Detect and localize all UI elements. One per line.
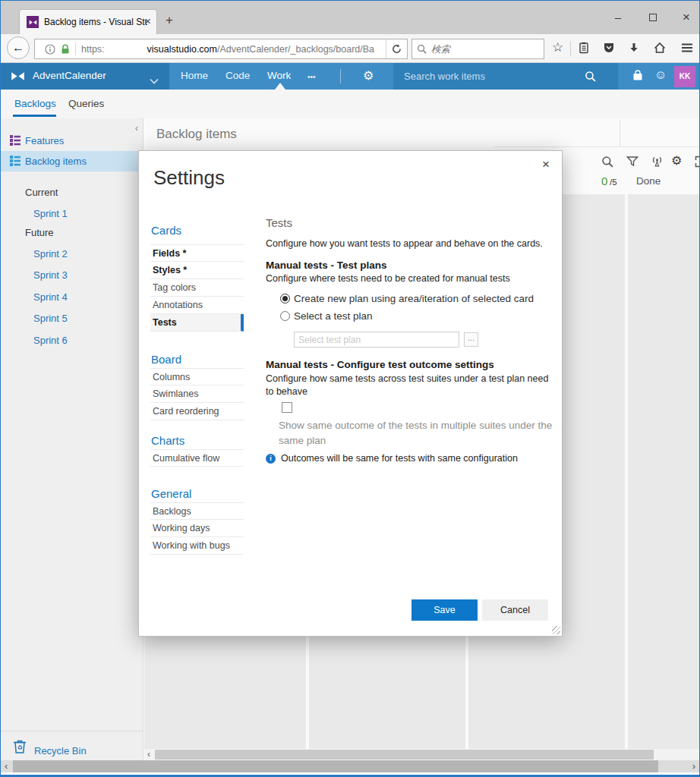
sidebar-item-sprint-2[interactable]: Sprint 2: [33, 248, 68, 260]
work-item-search-input[interactable]: [393, 71, 583, 82]
search-icon[interactable]: [585, 71, 596, 82]
browse-test-plan-button[interactable]: ...: [464, 332, 478, 347]
active-nav-caret: [275, 83, 285, 90]
iteration-group-current: Current: [25, 187, 58, 198]
sidebar-item-sprint-5[interactable]: Sprint 5: [33, 313, 68, 324]
home-icon[interactable]: [654, 42, 666, 57]
sidebar-divider: [1, 731, 143, 731]
section-subtitle-test-plans: Configure where tests need to be created…: [266, 273, 510, 284]
backlog-sidebar: ‹ Features Backlog items Current Sprint …: [1, 118, 143, 760]
section-title-outcome: Manual tests - Configure test outcome se…: [266, 359, 494, 370]
user-avatar[interactable]: KK: [674, 66, 695, 87]
window-maximize-button[interactable]: [646, 11, 660, 24]
dialog-tab-swimlanes[interactable]: Swimlanes: [150, 385, 244, 403]
https-lock-icon[interactable]: [61, 44, 70, 55]
sidebar-item-sprint-1[interactable]: Sprint 1: [33, 208, 68, 219]
board-column: [628, 194, 699, 749]
new-tab-button[interactable]: +: [166, 13, 173, 28]
sidebar-item-backlog-items[interactable]: Backlog items: [1, 151, 143, 171]
back-button[interactable]: ←: [7, 36, 30, 59]
dialog-tab-styles[interactable]: Styles *: [150, 262, 244, 279]
nav-item-code[interactable]: Code: [225, 70, 250, 81]
hamburger-menu-icon[interactable]: [681, 42, 693, 57]
url-path: /AdventCalender/_backlogs/board/Ba: [217, 44, 374, 55]
scroll-left-arrow-icon[interactable]: ‹: [147, 749, 150, 760]
nav-item-more[interactable]: •••: [307, 73, 316, 81]
sidebar-item-sprint-4[interactable]: Sprint 4: [33, 291, 68, 303]
scrollbar-thumb[interactable]: [155, 750, 654, 760]
column-count-value: 0: [601, 175, 607, 187]
board-settings-gear-icon[interactable]: ⚙: [671, 153, 682, 168]
filter-icon[interactable]: [626, 156, 639, 170]
nav-item-work[interactable]: Work: [267, 70, 291, 81]
web-search-bar[interactable]: [411, 39, 544, 59]
active-tab-underline: [13, 115, 56, 117]
reload-button[interactable]: [386, 39, 407, 58]
fullscreen-icon[interactable]: [695, 156, 699, 171]
nav-heading-charts: Charts: [151, 434, 184, 447]
header-divider: [493, 146, 699, 147]
nav-item-home[interactable]: Home: [181, 70, 208, 81]
chevron-down-icon: [150, 74, 159, 87]
bookmarks-menu-icon[interactable]: [578, 42, 590, 57]
feedback-smiley-icon[interactable]: ☺: [654, 68, 667, 82]
sidebar-item-sprint-6[interactable]: Sprint 6: [33, 335, 68, 346]
project-name: AdventCalender: [33, 70, 106, 81]
sidebar-item-features[interactable]: Features: [1, 131, 143, 151]
board-search-icon[interactable]: [601, 156, 613, 171]
dialog-close-icon[interactable]: ×: [542, 157, 550, 172]
cancel-button[interactable]: Cancel: [482, 599, 548, 621]
tab-close-icon[interactable]: ×: [144, 14, 151, 27]
dialog-tab-annotations[interactable]: Annotations: [150, 297, 244, 314]
dialog-tab-card-reordering[interactable]: Card reordering: [150, 403, 244, 420]
dialog-tab-fields[interactable]: Fields *: [150, 244, 244, 262]
bookmark-star-icon[interactable]: ☆: [552, 39, 563, 55]
dialog-tab-cumulative-flow[interactable]: Cumulative flow: [150, 449, 244, 467]
same-outcome-checkbox[interactable]: [282, 402, 292, 413]
dialog-tab-working-days[interactable]: Working days: [150, 520, 244, 537]
tab-queries[interactable]: Queries: [68, 98, 104, 109]
recycle-bin-icon[interactable]: ♻: [13, 739, 27, 757]
url-bar[interactable]: https: visualstudio.com /AdventCalender/…: [34, 39, 408, 59]
admin-gear-icon[interactable]: ⚙: [363, 68, 374, 83]
settings-dialog: × Settings Cards Fields * Styles * Tag c…: [138, 150, 563, 637]
dialog-tab-backlogs[interactable]: Backlogs: [150, 502, 244, 520]
work-item-search-box[interactable]: [393, 63, 618, 90]
radio-select-test-plan[interactable]: [280, 311, 290, 321]
window-minimize-button[interactable]: –: [611, 11, 625, 24]
nav-divider: [340, 69, 341, 83]
site-info-icon[interactable]: [45, 44, 55, 55]
scroll-right-arrow-icon[interactable]: ›: [692, 760, 695, 772]
dialog-tab-working-with-bugs[interactable]: Working with bugs: [150, 537, 244, 555]
tab-backlogs[interactable]: Backlogs: [14, 98, 56, 109]
project-selector[interactable]: AdventCalender: [1, 63, 169, 90]
nav-heading-board: Board: [151, 353, 181, 366]
scroll-left-arrow-icon[interactable]: ‹: [5, 760, 8, 772]
scrollbar-thumb[interactable]: [13, 760, 658, 772]
visual-studio-logo-icon: [11, 69, 25, 87]
downloads-icon[interactable]: [628, 42, 640, 57]
toolbar-divider: [570, 41, 571, 56]
save-button[interactable]: Save: [411, 599, 478, 621]
dialog-tab-tests[interactable]: Tests: [150, 314, 244, 332]
browser-toolbar: ← https: visualstudio.com /AdventCalende…: [1, 34, 699, 63]
test-plan-input[interactable]: [294, 332, 459, 348]
web-search-input[interactable]: [431, 44, 530, 55]
page-horizontal-scrollbar[interactable]: ‹ ›: [1, 760, 699, 772]
live-updates-icon[interactable]: [650, 156, 664, 170]
radio-create-new-plan[interactable]: [280, 294, 290, 304]
titlebar: Backlog items - Visual Stu... × + – ×: [1, 1, 699, 34]
sidebar-item-sprint-3[interactable]: Sprint 3: [33, 269, 68, 281]
browser-tab[interactable]: Backlog items - Visual Stu... ×: [19, 9, 157, 34]
dialog-tab-tag-colors[interactable]: Tag colors: [150, 279, 244, 297]
pocket-icon[interactable]: [603, 42, 615, 57]
board-horizontal-scrollbar[interactable]: ‹: [144, 749, 699, 760]
dialog-tab-columns[interactable]: Columns: [150, 368, 244, 385]
radio-label: Create new plan using area/iteration of …: [294, 293, 534, 304]
vsts-nav-bar: AdventCalender Home Code Work ••• ⚙ ☺ KK: [1, 63, 699, 90]
column-header-done: Done: [636, 175, 661, 187]
marketplace-bag-icon[interactable]: [632, 70, 644, 85]
window-close-button[interactable]: ×: [680, 11, 693, 24]
resize-grip[interactable]: [552, 626, 560, 634]
sidebar-item-recycle-bin[interactable]: Recycle Bin: [34, 745, 87, 757]
